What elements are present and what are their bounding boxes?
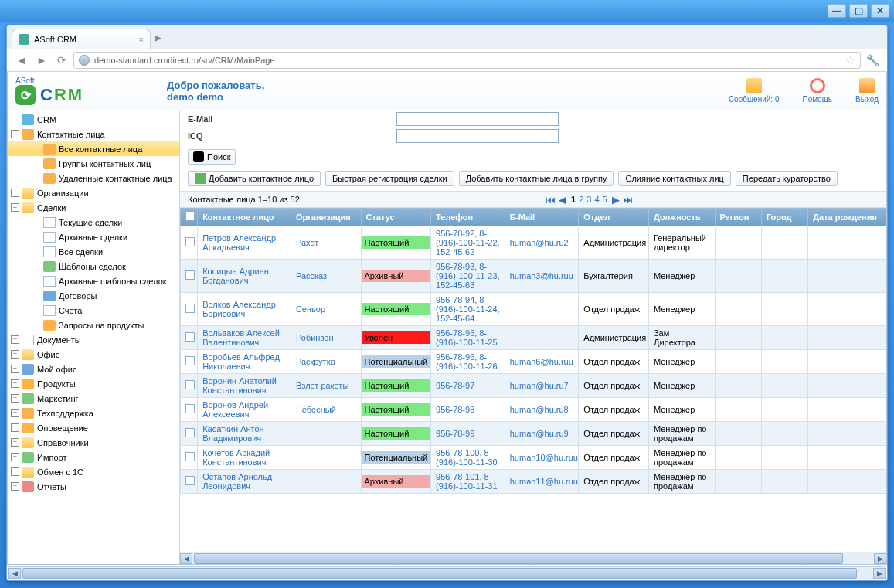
- action-button-2[interactable]: Добавить контактные лица в группу: [459, 171, 614, 186]
- scroll-thumb[interactable]: [194, 553, 843, 564]
- messages-button[interactable]: Сообщений: 0: [729, 78, 780, 104]
- contact-link[interactable]: Остапов Арнольд Леонидович: [202, 472, 272, 491]
- row-checkbox[interactable]: [185, 404, 195, 413]
- contact-link[interactable]: Петров Александр Аркадьевич: [202, 233, 276, 252]
- tab-close-icon[interactable]: ×: [139, 35, 144, 44]
- sidebar-item-deals-1[interactable]: Архивные сделки: [8, 229, 179, 244]
- contact-link[interactable]: Воронов Андрей Алексеевич: [202, 400, 268, 419]
- sidebar-item-Документы[interactable]: +Документы: [8, 332, 179, 347]
- tree-toggle-icon[interactable]: +: [11, 365, 19, 373]
- pager-page-4[interactable]: 4: [594, 195, 599, 204]
- tree-toggle-icon[interactable]: +: [11, 189, 19, 197]
- pager-page-2[interactable]: 2: [579, 195, 583, 204]
- action-button-3[interactable]: Слияние контактных лиц: [618, 171, 730, 186]
- org-link[interactable]: Небесный: [296, 405, 336, 414]
- sidebar-item-deals[interactable]: −Сделки: [8, 200, 179, 215]
- sidebar-item-deals-4[interactable]: Архивные шаблоны сделок: [8, 274, 179, 288]
- sidebar-item-contacts-2[interactable]: Удаленные контактные лица: [8, 171, 179, 185]
- contact-link[interactable]: Волков Александр Борисович: [202, 300, 276, 318]
- sidebar-item-contacts-0[interactable]: Все контактные лица: [8, 141, 179, 156]
- email-field[interactable]: [396, 112, 559, 126]
- phone-link[interactable]: 956-78-95, 8-(916)-100-11-25: [436, 328, 498, 347]
- browser-tab[interactable]: ASoft CRM ×: [12, 29, 151, 49]
- col-Дата рождения[interactable]: Дата рождения: [808, 209, 886, 226]
- sidebar-item-Продукты[interactable]: +Продукты: [8, 376, 179, 391]
- forward-button[interactable]: ►: [33, 52, 50, 69]
- bookmark-icon[interactable]: ☆: [845, 54, 855, 66]
- settings-icon[interactable]: 🔧: [864, 52, 881, 69]
- tree-toggle-icon[interactable]: +: [11, 453, 19, 461]
- email-link[interactable]: human11@hu.ruu: [510, 477, 578, 486]
- phone-link[interactable]: 956-78-97: [436, 381, 474, 390]
- pager-prev[interactable]: ◀: [559, 194, 566, 206]
- col-Статус[interactable]: Статус: [361, 209, 431, 226]
- email-link[interactable]: human@hu.ru2: [510, 238, 569, 247]
- tree-toggle-icon[interactable]: +: [11, 423, 19, 432]
- sidebar-item-orgs[interactable]: +Организации: [8, 185, 179, 200]
- col-E-Mail[interactable]: E-Mail: [505, 209, 579, 226]
- org-link[interactable]: Сеньор: [296, 304, 325, 314]
- tree-toggle-icon[interactable]: +: [11, 467, 19, 476]
- sidebar-item-Мой офис[interactable]: +Мой офис: [8, 362, 179, 376]
- email-link[interactable]: human@hu.ru8: [510, 405, 569, 414]
- phone-link[interactable]: 956-78-99: [436, 429, 474, 438]
- tree-toggle-icon[interactable]: −: [11, 130, 19, 138]
- tree-toggle-icon[interactable]: −: [11, 203, 19, 212]
- col-Город[interactable]: Город: [761, 209, 807, 226]
- scroll-right-icon[interactable]: ▶: [874, 553, 886, 564]
- minimize-button[interactable]: —: [828, 4, 846, 18]
- action-button-1[interactable]: Быстрая регистрация сделки: [325, 171, 454, 186]
- col-Организация[interactable]: Организация: [291, 209, 361, 226]
- phone-link[interactable]: 956-78-92, 8-(916)-100-11-22, 152-45-62: [436, 229, 500, 257]
- tree-toggle-icon[interactable]: +: [11, 438, 19, 447]
- phone-link[interactable]: 956-78-100, 8-(916)-100-11-30: [436, 448, 498, 467]
- col-Контактное лицо[interactable]: Контактное лицо: [198, 209, 291, 226]
- search-button[interactable]: Поиск: [188, 149, 236, 165]
- sidebar-item-Импорт[interactable]: +Импорт: [8, 450, 179, 464]
- pager-page-5[interactable]: 5: [603, 195, 607, 204]
- col-Регион[interactable]: Регион: [715, 209, 761, 226]
- exit-button[interactable]: Выход: [855, 78, 879, 104]
- sidebar-item-deals-6[interactable]: Счета: [8, 303, 179, 318]
- org-link[interactable]: Рахат: [296, 238, 318, 247]
- sidebar-item-deals-0[interactable]: Текущие сделки: [8, 215, 179, 229]
- sidebar-item-Маркетинг[interactable]: +Маркетинг: [8, 391, 179, 406]
- contact-link[interactable]: Кочетов Аркадий Константинович: [202, 448, 270, 467]
- sidebar-item-crm[interactable]: CRM: [8, 112, 179, 127]
- row-checkbox[interactable]: [185, 356, 195, 365]
- pager-page-1[interactable]: 1: [571, 195, 576, 204]
- icq-field[interactable]: [396, 129, 559, 143]
- sidebar-item-deals-2[interactable]: Все сделки: [8, 244, 179, 259]
- row-checkbox[interactable]: [185, 304, 195, 313]
- outer-scroll-left-icon[interactable]: ◀: [8, 568, 21, 579]
- row-checkbox[interactable]: [185, 428, 195, 437]
- contact-link[interactable]: Воробьев Альфред Николаевич: [202, 352, 280, 371]
- sidebar-item-deals-7[interactable]: Запросы на продукты: [8, 318, 179, 332]
- sidebar-item-Офис[interactable]: +Офис: [8, 347, 179, 362]
- col-Отдел[interactable]: Отдел: [579, 209, 649, 226]
- row-checkbox[interactable]: [185, 332, 195, 342]
- row-checkbox[interactable]: [185, 452, 195, 461]
- contact-link[interactable]: Касаткин Антон Владимирович: [202, 424, 264, 443]
- tree-toggle-icon[interactable]: +: [11, 379, 19, 388]
- inner-scrollbar[interactable]: ◀ ▶: [180, 552, 886, 564]
- org-link[interactable]: Раскрутка: [296, 357, 335, 366]
- tree-toggle-icon[interactable]: +: [11, 482, 19, 491]
- org-link[interactable]: Взлет ракеты: [296, 381, 348, 390]
- phone-link[interactable]: 956-78-96, 8-(916)-100-11-26: [436, 352, 498, 371]
- phone-link[interactable]: 956-78-94, 8-(916)-100-11-24, 152-45-64: [436, 295, 500, 323]
- contact-link[interactable]: Воронин Анатолий Константинович: [202, 376, 277, 395]
- col-Телефон[interactable]: Телефон: [431, 209, 505, 226]
- sidebar-item-deals-5[interactable]: Договоры: [8, 288, 179, 303]
- email-link[interactable]: human@hu.ru7: [510, 381, 569, 390]
- action-button-0[interactable]: Добавить контактное лицо: [188, 171, 321, 186]
- tree-toggle-icon[interactable]: +: [11, 409, 19, 417]
- contact-link[interactable]: Вольваков Алексей Валентинович: [202, 328, 280, 347]
- pager-page-3[interactable]: 3: [586, 195, 591, 204]
- org-link[interactable]: Робинзон: [296, 333, 334, 342]
- row-checkbox[interactable]: [185, 380, 195, 389]
- email-link[interactable]: human3@hu.ruu: [510, 271, 573, 280]
- scroll-left-icon[interactable]: ◀: [180, 553, 192, 564]
- row-checkbox[interactable]: [185, 270, 195, 280]
- sidebar-item-Отчеты[interactable]: +Отчеты: [8, 479, 179, 494]
